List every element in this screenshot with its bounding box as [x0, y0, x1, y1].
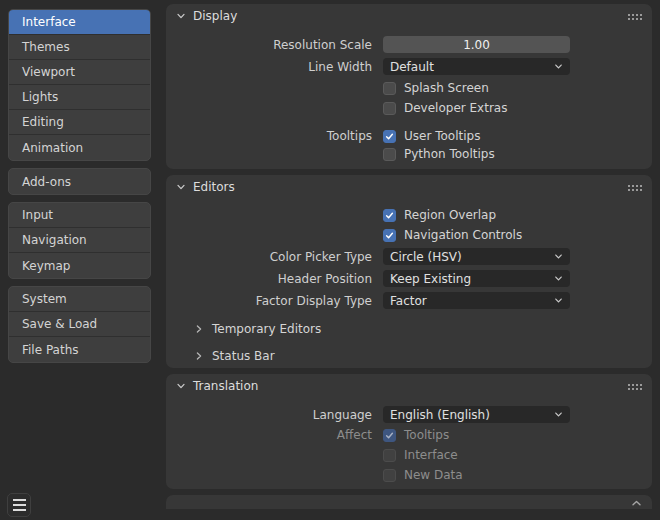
- user-tooltips-checkbox[interactable]: [383, 130, 396, 143]
- resolution-scale-row: Resolution Scale 1.00: [166, 36, 652, 53]
- navigation-controls-checkbox[interactable]: [383, 229, 396, 242]
- affect-interface-row: Interface: [166, 448, 652, 462]
- resolution-scale-field[interactable]: 1.00: [383, 36, 570, 53]
- developer-extras-label: Developer Extras: [404, 101, 507, 115]
- panel-display: Display Resolution Scale 1.00 Line Width…: [166, 4, 652, 169]
- chevron-up-icon: [631, 499, 642, 507]
- panel-header-translation[interactable]: Translation: [166, 374, 652, 398]
- navigation-controls-label: Navigation Controls: [404, 228, 522, 242]
- sidebar-item-keymap[interactable]: Keymap: [9, 253, 150, 278]
- affect-new-data-label: New Data: [404, 468, 463, 482]
- sidebar-item-label: Keymap: [22, 259, 70, 273]
- sidebar-item-label: Add-ons: [22, 175, 71, 189]
- affect-interface-label: Interface: [404, 448, 458, 462]
- sidebar-item-file-paths[interactable]: File Paths: [9, 337, 150, 362]
- preferences-sidebar: Interface Themes Viewport Lights Editing…: [8, 9, 151, 370]
- sidebar-item-label: File Paths: [22, 343, 79, 357]
- factor-display-type-dropdown[interactable]: Factor: [383, 292, 570, 309]
- panel-title: Display: [193, 9, 237, 23]
- affect-interface-checkbox[interactable]: [383, 449, 396, 462]
- sidebar-item-label: Lights: [22, 90, 58, 104]
- panel-header-display[interactable]: Display: [166, 4, 652, 28]
- language-value: English (English): [390, 408, 550, 422]
- preferences-menu-button[interactable]: [7, 493, 31, 517]
- preferences-main-area: Display Resolution Scale 1.00 Line Width…: [166, 4, 652, 509]
- sidebar-item-label: Editing: [22, 115, 64, 129]
- subpanel-status-bar[interactable]: Status Bar: [166, 346, 652, 366]
- python-tooltips-row: Python Tooltips: [166, 147, 652, 161]
- region-overlap-checkbox[interactable]: [383, 209, 396, 222]
- region-overlap-label: Region Overlap: [404, 208, 496, 222]
- panel-editors: Editors Region Overlap Navigation Contro…: [166, 175, 652, 368]
- language-label: Language: [166, 408, 372, 422]
- panel-drag-handle-icon[interactable]: [627, 13, 642, 20]
- line-width-value: Default: [390, 60, 550, 74]
- sidebar-item-interface[interactable]: Interface: [9, 10, 150, 35]
- python-tooltips-checkbox[interactable]: [383, 148, 396, 161]
- sidebar-item-navigation[interactable]: Navigation: [9, 228, 150, 253]
- header-position-dropdown[interactable]: Keep Existing: [383, 270, 570, 287]
- panel-drag-handle-icon[interactable]: [627, 383, 642, 390]
- color-picker-type-value: Circle (HSV): [390, 250, 550, 264]
- sidebar-item-editing[interactable]: Editing: [9, 110, 150, 135]
- factor-display-type-row: Factor Display Type Factor: [166, 292, 652, 309]
- line-width-dropdown[interactable]: Default: [383, 58, 570, 75]
- chevron-down-icon: [176, 182, 186, 192]
- sidebar-group-input: Input Navigation Keymap: [8, 202, 151, 279]
- subpanel-temporary-editors[interactable]: Temporary Editors: [166, 319, 652, 339]
- affect-tooltips-row: Affect Tooltips: [166, 428, 652, 442]
- splash-screen-row: Splash Screen: [166, 81, 652, 95]
- developer-extras-checkbox[interactable]: [383, 102, 396, 115]
- panel-header-editors[interactable]: Editors: [166, 175, 652, 199]
- affect-tooltips-label: Tooltips: [404, 428, 449, 442]
- header-position-row: Header Position Keep Existing: [166, 270, 652, 287]
- sidebar-item-animation[interactable]: Animation: [9, 135, 150, 160]
- color-picker-type-dropdown[interactable]: Circle (HSV): [383, 248, 570, 265]
- chevron-down-icon: [554, 410, 563, 419]
- affect-new-data-checkbox[interactable]: [383, 469, 396, 482]
- chevron-down-icon: [554, 274, 563, 283]
- developer-extras-row: Developer Extras: [166, 101, 652, 115]
- sidebar-item-themes[interactable]: Themes: [9, 35, 150, 60]
- resolution-scale-label: Resolution Scale: [166, 38, 372, 52]
- panel-drag-handle-icon[interactable]: [627, 184, 642, 191]
- panel-title: Editors: [193, 180, 235, 194]
- panel-next-clipped[interactable]: [166, 495, 652, 509]
- sidebar-item-label: Viewport: [22, 65, 75, 79]
- chevron-right-icon: [194, 324, 204, 334]
- sidebar-item-addons[interactable]: Add-ons: [9, 169, 150, 194]
- subpanel-title: Status Bar: [212, 349, 275, 363]
- language-row: Language English (English): [166, 406, 652, 423]
- user-tooltips-label: User Tooltips: [404, 129, 480, 143]
- affect-tooltips-checkbox[interactable]: [383, 429, 396, 442]
- sidebar-item-viewport[interactable]: Viewport: [9, 60, 150, 85]
- sidebar-item-label: System: [22, 292, 67, 306]
- language-dropdown[interactable]: English (English): [383, 406, 570, 423]
- sidebar-item-label: Navigation: [22, 233, 87, 247]
- sidebar-item-label: Themes: [22, 40, 70, 54]
- panel-title: Translation: [193, 379, 258, 393]
- region-overlap-row: Region Overlap: [166, 208, 652, 222]
- sidebar-item-label: Save & Load: [22, 317, 97, 331]
- navigation-controls-row: Navigation Controls: [166, 228, 652, 242]
- color-picker-type-row: Color Picker Type Circle (HSV): [166, 248, 652, 265]
- sidebar-item-lights[interactable]: Lights: [9, 85, 150, 110]
- panel-translation: Translation Language English (English) A…: [166, 374, 652, 489]
- affect-new-data-row: New Data: [166, 468, 652, 482]
- splash-screen-checkbox[interactable]: [383, 82, 396, 95]
- resolution-scale-value: 1.00: [463, 38, 490, 52]
- sidebar-item-system[interactable]: System: [9, 287, 150, 312]
- line-width-row: Line Width Default: [166, 58, 652, 75]
- sidebar-item-save-load[interactable]: Save & Load: [9, 312, 150, 337]
- user-tooltips-row: Tooltips User Tooltips: [166, 129, 652, 143]
- hamburger-icon: [13, 499, 26, 501]
- color-picker-type-label: Color Picker Type: [166, 250, 372, 264]
- sidebar-item-input[interactable]: Input: [9, 203, 150, 228]
- chevron-down-icon: [554, 296, 563, 305]
- line-width-label: Line Width: [166, 60, 372, 74]
- affect-group-label: Affect: [166, 428, 372, 442]
- subpanel-title: Temporary Editors: [212, 322, 321, 336]
- chevron-down-icon: [554, 62, 563, 71]
- sidebar-group-addons: Add-ons: [8, 168, 151, 195]
- header-position-value: Keep Existing: [390, 272, 550, 286]
